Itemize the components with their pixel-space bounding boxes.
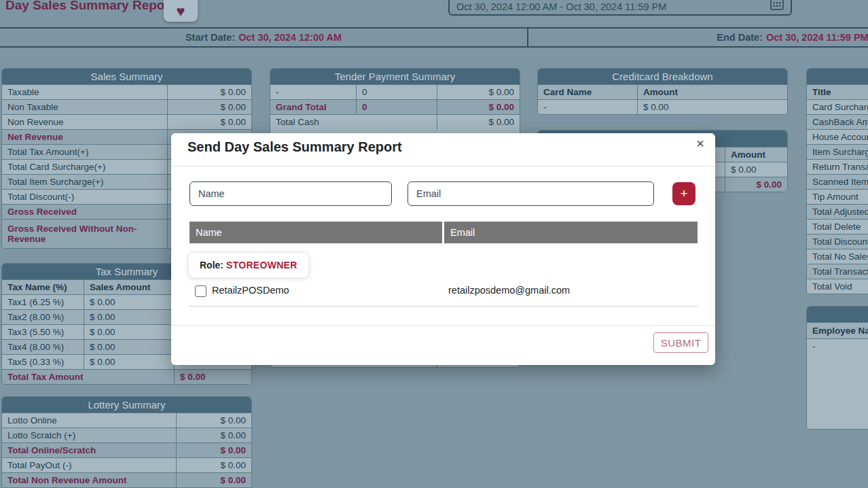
end-date-label: End Date:: [717, 32, 763, 43]
row-label: Total PayOut (-): [2, 458, 176, 472]
table-row: Return Transaction: [807, 159, 868, 174]
table-row: Non Taxable$ 0.00: [2, 99, 251, 114]
column-header-name: Name: [189, 222, 442, 243]
row-label: Grand Total: [270, 100, 356, 114]
row-label: -: [807, 339, 868, 353]
table-row: -0$ 0.00: [270, 84, 520, 99]
row-label: -: [270, 85, 356, 99]
row-sales: $ 0.00: [84, 325, 174, 339]
row-label: Lotto Online: [2, 413, 176, 428]
table-row: Total Adjusted: [807, 204, 868, 219]
sales-summary-title: Sales Summary: [2, 69, 251, 84]
start-date: Start Date: Oct 30, 2024 12:00 AM: [0, 29, 528, 46]
add-recipient-button[interactable]: +: [672, 182, 695, 205]
email-input[interactable]: [408, 181, 654, 206]
row-value: $ 0.00: [176, 458, 251, 472]
row-label: Tax1 (6.25 %): [2, 295, 84, 309]
row-label: Taxable: [2, 85, 167, 99]
name-input[interactable]: [189, 181, 392, 206]
start-date-label: Start Date:: [185, 32, 235, 43]
column-header: Amount: [637, 85, 787, 99]
modal-title: Send Day Sales Summary Report: [187, 139, 402, 155]
start-date-value: Oct 30, 2024 12:00 AM: [238, 32, 342, 43]
tender-payment-title: Tender Payment Summary: [270, 69, 520, 84]
row-value: $ 0.00: [725, 177, 787, 192]
calendar-icon[interactable]: [770, 0, 784, 12]
column-header: Amount: [725, 147, 787, 162]
footer-divider: [171, 325, 715, 326]
row-label: Card Surcharge: [807, 100, 868, 114]
table-row: -: [807, 338, 868, 353]
heart-icon: ♥: [176, 1, 185, 22]
column-header: Employee Name: [807, 323, 868, 338]
table-row: Total Discount: [807, 234, 868, 249]
row-qty: 0: [356, 100, 437, 114]
date-range-picker[interactable]: Oct 30, 2024 12:00 AM - Oct 30, 2024 11:…: [448, 0, 792, 16]
table-row: Total Tax Amount$ 0.00: [2, 369, 251, 384]
row-value: $ 0.00: [437, 100, 520, 114]
table-row: Lotto Online$ 0.00: [2, 413, 251, 428]
divider: [189, 306, 698, 307]
employee-table: Employee Name -: [806, 306, 868, 430]
row-label: Tip Amount: [807, 190, 868, 204]
row-value: $ 0.00: [167, 85, 251, 99]
row-sales: $ 0.00: [84, 355, 174, 369]
role-value: STOREOWNER: [226, 260, 297, 271]
member-email: retailzposdemo@gmail.com: [448, 285, 570, 296]
submit-button[interactable]: SUBMIT: [653, 332, 708, 353]
close-icon[interactable]: ×: [696, 136, 704, 152]
row-label: Gross Received: [2, 205, 167, 219]
table-row: Total Void: [807, 279, 868, 294]
row-value: $ 0.00: [176, 413, 251, 428]
row-label: Total Tax Amount: [2, 370, 174, 384]
row-sales: $ 0.00: [84, 295, 174, 309]
row-label: Net Revenue: [2, 130, 167, 144]
table-row: Lotto Scratch (+)$ 0.00: [2, 428, 251, 442]
row-label: Item Surcharge: [807, 145, 868, 159]
row-sales: $ 0.00: [84, 340, 174, 354]
column-header: Title: [807, 85, 868, 99]
recipient-table-header: Name Email: [189, 222, 698, 243]
plus-icon: +: [680, 186, 687, 201]
table-body-spacer: [807, 353, 868, 429]
table-row: Total PayOut (-)$ 0.00: [2, 457, 251, 472]
row-label: Return Transaction: [807, 160, 868, 174]
role-label: Role:: [200, 260, 223, 271]
column-header: Tax Name (%): [2, 280, 84, 294]
row-label: Total Tax Amount(+): [2, 145, 167, 159]
table-row: Scanned Item: [807, 174, 868, 189]
employee-table-header: [807, 307, 868, 322]
title-table-header: [807, 69, 868, 84]
table-row: Total Transaction: [807, 264, 868, 279]
row-value: $ 0.00: [437, 115, 520, 129]
row-label: Lotto Scratch (+): [2, 428, 176, 442]
row-label: Non Revenue: [2, 115, 167, 129]
row-label: Total Discount(-): [2, 190, 167, 204]
table-row: Total Cash$ 0.00: [270, 114, 520, 129]
row-label: -: [538, 100, 637, 114]
row-label: Total Discount: [807, 234, 868, 249]
column-header-email: Email: [444, 222, 698, 243]
send-report-modal: Send Day Sales Summary Report × + Name E…: [171, 133, 715, 365]
page-title: Day Sales Summary Report: [5, 0, 174, 13]
row-label: Tax5 (0.33 %): [2, 355, 84, 369]
row-label: Total Cash: [270, 115, 437, 129]
creditcard-breakdown-table: Creditcard Breakdown Card NameAmount -$ …: [537, 68, 788, 115]
table-row: -$ 0.00: [538, 99, 787, 114]
row-label: Total Non Revenue Amount: [2, 473, 176, 487]
row-label: Total Delete: [807, 220, 868, 234]
table-row: Item Surcharge: [807, 144, 868, 159]
row-value: $ 0.00: [174, 370, 251, 384]
row-sales: $ 0.00: [84, 310, 174, 324]
lottery-summary-table: Lottery Summary Lotto Online$ 0.00 Lotto…: [1, 396, 252, 488]
row-label: Total Adjusted: [807, 205, 868, 219]
row-label: Total Void: [807, 279, 868, 294]
table-row: Taxable$ 0.00: [2, 84, 251, 99]
row-label: Total Online/Scratch: [2, 443, 176, 457]
row-label: Tax4 (8.00 %): [2, 340, 84, 354]
row-label: Gross Received Without Non-Revenue: [2, 220, 167, 248]
favorite-button[interactable]: ♥: [164, 0, 198, 22]
member-checkbox[interactable]: [195, 285, 206, 297]
row-label: Tax3 (5.50 %): [2, 325, 84, 339]
table-row: Non Revenue$ 0.00: [2, 114, 251, 129]
